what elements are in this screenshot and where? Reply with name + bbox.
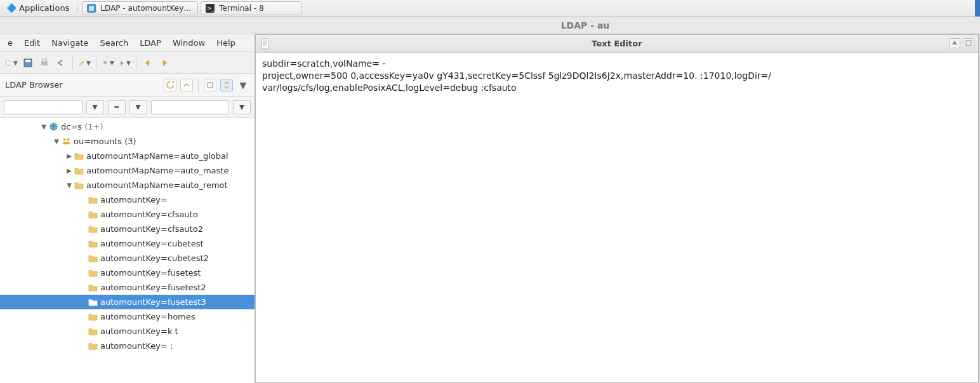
filter-attr-dropdown[interactable]: ▼ [86, 100, 104, 114]
folder-icon [88, 297, 98, 307]
separator-icon [136, 57, 136, 69]
text-editor-window: Text Editor subdir=scratch,volName= - pr… [255, 34, 979, 383]
print-button[interactable] [38, 57, 51, 69]
tree-label: automountKey=cubetest2 [100, 253, 209, 263]
tree-node-dc[interactable]: ▼ dc=s (1+) [0, 119, 255, 134]
folder-icon [88, 341, 98, 351]
apps-icon: 🔷 [6, 3, 17, 13]
tree-node-key[interactable]: automountKey=fusetest3 [0, 295, 255, 309]
view-menu-button[interactable]: ▼ [237, 79, 249, 91]
svg-rect-15 [966, 41, 971, 46]
editor-line: var/logs/cfs/log,enablePosixACL,logLevel… [262, 82, 972, 94]
folder-icon [88, 224, 98, 234]
tree-label: automountKey=cubetest [100, 239, 204, 248]
menu-window[interactable]: Window [168, 36, 210, 50]
maximize-button[interactable] [963, 38, 974, 48]
folder-icon [74, 151, 84, 161]
tree-label: automountKey=fusetest2 [100, 283, 206, 292]
tree-label: dc=s (1+) [61, 122, 103, 131]
chevron-down-icon: ▼ [86, 60, 91, 66]
svg-rect-1 [89, 6, 94, 11]
minimize-button[interactable] [949, 38, 960, 48]
tree-node-map[interactable]: ▼ automountMapName=auto_remot [0, 178, 255, 192]
folder-icon [88, 268, 98, 278]
expand-toggle-icon[interactable]: ▼ [52, 138, 61, 145]
tree-label: automountKey= : [100, 341, 173, 351]
collapse-button[interactable] [180, 79, 193, 91]
tree-label: automountKey=k t [100, 326, 178, 336]
globe-icon [48, 122, 58, 132]
expand-toggle-icon[interactable]: ▼ [39, 123, 48, 130]
tree-node-key[interactable]: automountKey= : [0, 339, 255, 353]
tree-node-key[interactable]: automountKey=cfsauto2 [0, 222, 255, 236]
refresh-button[interactable] [164, 79, 176, 91]
ldap-browser-label: LDAP Browser [5, 80, 63, 90]
applications-menu[interactable]: 🔷 Applications [3, 2, 73, 14]
menu-ldap[interactable]: LDAP [135, 36, 166, 50]
highlight-button[interactable]: ▼ [78, 57, 91, 69]
sync-button[interactable] [220, 79, 233, 91]
link-button[interactable] [204, 79, 216, 91]
tree-node-key[interactable]: automountKey= [0, 192, 255, 207]
filter-value-dropdown[interactable]: ▼ [233, 100, 251, 114]
undo-button[interactable] [55, 57, 67, 69]
tree-node-key[interactable]: automountKey=cubetest2 [0, 251, 255, 265]
svg-rect-7 [41, 62, 48, 65]
tree-node-key[interactable]: automountKey=fusetest2 [0, 280, 255, 295]
taskbar-item-ldap[interactable]: LDAP - automountKey… [82, 1, 198, 15]
os-taskbar: 🔷 Applications LDAP - automountKey… >_ T… [0, 0, 980, 17]
tree-label: automountMapName=auto_maste [86, 166, 228, 175]
menu-file[interactable]: e [3, 36, 18, 50]
forward-button[interactable] [158, 57, 171, 69]
taskbar-item-label: Terminal - 8 [219, 4, 263, 13]
back-button[interactable] [142, 57, 154, 69]
svg-rect-8 [43, 59, 46, 62]
filter-operator[interactable]: = [108, 100, 126, 114]
folder-icon [88, 312, 98, 322]
filter-attribute-input[interactable] [4, 100, 83, 114]
filter-row: ▼ = ▼ ▼ [0, 97, 255, 118]
tree-node-key[interactable]: automountKey=k t [0, 324, 255, 339]
tree-label: automountKey=cfsauto2 [100, 224, 203, 234]
tree-node-map[interactable]: ▶ automountMapName=auto_maste [0, 163, 255, 178]
taskbar-item-terminal[interactable]: >_ Terminal - 8 [201, 1, 302, 15]
ldap-tree[interactable]: ▼ dc=s (1+) ▼ ou=mounts (3) ▶ automountM… [0, 118, 255, 383]
expand-toggle-icon[interactable]: ▶ [65, 167, 74, 174]
menu-navigate[interactable]: Navigate [46, 36, 93, 50]
menu-edit[interactable]: Edit [19, 36, 45, 50]
save-button[interactable] [22, 57, 34, 69]
tree-label: automountKey=cfsauto [100, 210, 198, 219]
svg-rect-13 [62, 142, 69, 144]
tree-node-ou[interactable]: ▼ ou=mounts (3) [0, 134, 255, 149]
ldap-app-icon [86, 3, 96, 13]
tree-node-key[interactable]: automountKey=fusetest [0, 265, 255, 280]
text-editor-body[interactable]: subdir=scratch,volName= - project,owner=… [256, 53, 978, 382]
expand-toggle-icon[interactable]: ▶ [65, 152, 74, 159]
folder-icon [88, 239, 98, 249]
separator-icon [96, 57, 96, 69]
export-button[interactable]: ▼ [118, 57, 131, 69]
tree-node-key[interactable]: automountKey=cfsauto [0, 207, 255, 222]
tree-label: ou=mounts (3) [74, 137, 136, 146]
chevron-down-icon: ▼ [13, 60, 18, 66]
tree-node-map[interactable]: ▶ automountMapName=auto_global [0, 149, 255, 163]
tree-node-key[interactable]: automountKey=cubetest [0, 236, 255, 251]
tree-label: automountMapName=auto_remot [86, 180, 228, 190]
chevron-down-icon: ▼ [126, 60, 131, 66]
filter-value-input[interactable] [151, 100, 230, 114]
ldap-menubar: e Edit Navigate Search LDAP Window Help [0, 34, 255, 52]
filter-op-dropdown[interactable]: ▼ [129, 100, 147, 114]
menu-search[interactable]: Search [95, 36, 134, 50]
svg-rect-6 [25, 60, 30, 62]
ldap-browser-header: LDAP Browser ▼ [0, 74, 255, 97]
expand-toggle-icon[interactable]: ▼ [65, 182, 74, 189]
taskbar-item-label: LDAP - automountKey… [100, 4, 191, 13]
separator-icon [72, 57, 73, 69]
text-editor-titlebar[interactable]: Text Editor [256, 35, 978, 53]
menu-help[interactable]: Help [211, 36, 241, 50]
tree-node-key[interactable]: automountKey=homes [0, 309, 255, 324]
tree-label: automountKey= [100, 195, 168, 205]
import-button[interactable]: ▼ [102, 57, 114, 69]
new-button[interactable]: ▼ [5, 57, 18, 69]
folder-icon [74, 180, 84, 191]
